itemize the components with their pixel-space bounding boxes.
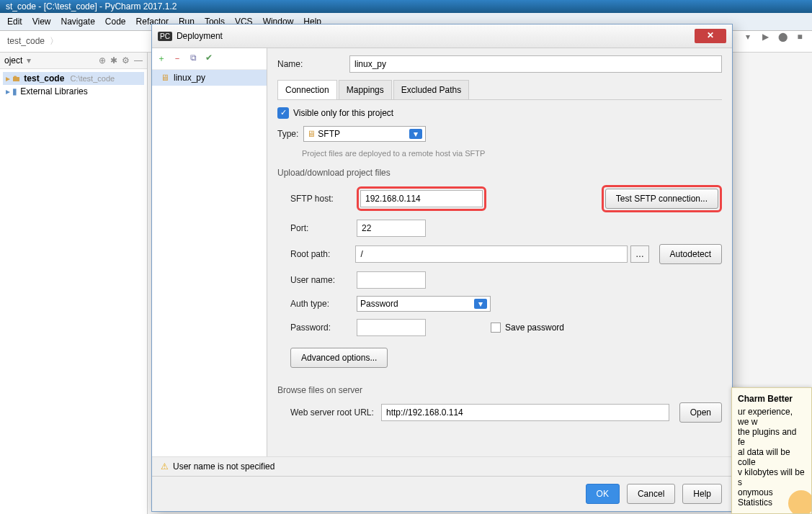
warning-bar: ⚠ User name is not specified	[152, 456, 732, 476]
copy-icon[interactable]: ⧉	[188, 53, 198, 65]
folder-icon: ▸ 🖿	[6, 73, 21, 84]
run-icon[interactable]: ▶	[759, 30, 772, 43]
notification-line: v kilobytes will be s	[738, 467, 806, 487]
project-label[interactable]: oject	[4, 55, 22, 66]
dialog-title: Deployment	[177, 31, 223, 41]
name-input[interactable]	[349, 55, 722, 73]
logo-icon	[788, 490, 812, 514]
sftp-icon: 🖥	[307, 129, 316, 139]
save-password-label: Save password	[505, 323, 564, 333]
remove-icon[interactable]: －	[172, 53, 182, 65]
deployment-item[interactable]: 🖥 linux_py	[152, 70, 267, 86]
sftp-host-input[interactable]	[360, 190, 483, 207]
auth-type-label: Auth type:	[277, 299, 357, 309]
browse-root-button[interactable]: …	[630, 245, 649, 263]
debug-icon[interactable]: ⬤	[776, 30, 789, 43]
chevron-right-icon: 〉	[50, 36, 58, 46]
web-root-label: Web server root URL:	[277, 407, 381, 418]
window-titlebar: st_code - [C:\test_code] - PyCharm 2017.…	[0, 0, 812, 13]
port-label: Port:	[277, 223, 357, 233]
visible-only-label: Visible only for this project	[293, 108, 393, 118]
deployment-dialog: PC Deployment ✕ ＋ － ⧉ ✔ 🖥 linux_py Name:	[151, 24, 733, 512]
pycharm-icon: PC	[158, 32, 172, 41]
hide-icon[interactable]: —	[134, 55, 143, 66]
add-icon[interactable]: ＋	[156, 53, 166, 65]
root-path-label: Root path:	[277, 249, 355, 259]
tree-item-name: test_code	[24, 73, 64, 84]
window-title: st_code - [C:\test_code] - PyCharm 2017.…	[6, 1, 177, 12]
chevron-down-icon: ▾	[474, 299, 487, 309]
type-select[interactable]: 🖥 SFTP ▾	[303, 126, 426, 142]
open-button[interactable]: Open	[679, 402, 722, 423]
notification-line: ur experience, we w	[738, 407, 806, 427]
username-label: User name:	[277, 275, 357, 285]
breadcrumb-root[interactable]: test_code	[7, 36, 45, 46]
upload-section-label: Upload/download project files	[277, 168, 722, 178]
password-label: Password:	[277, 323, 357, 333]
chevron-down-icon[interactable]: ▾	[27, 55, 31, 66]
autodetect-button[interactable]: Autodetect	[659, 244, 722, 264]
sftp-host-label: SFTP host:	[277, 194, 357, 204]
menu-edit[interactable]: Edit	[3, 15, 27, 28]
stop-icon[interactable]: ■	[793, 30, 806, 43]
tab-excluded[interactable]: Excluded Paths	[393, 80, 469, 99]
test-connection-button[interactable]: Test SFTP connection...	[605, 189, 718, 209]
menu-view[interactable]: View	[28, 15, 55, 28]
auth-type-select[interactable]: Password ▾	[357, 296, 491, 312]
deployment-list: ＋ － ⧉ ✔ 🖥 linux_py	[152, 48, 267, 456]
settings-icon[interactable]: ✱	[110, 55, 117, 66]
dropdown-icon[interactable]: ▾	[741, 30, 754, 43]
project-toolbar: oject ▾ ⊕ ✱ ⚙ —	[0, 53, 147, 69]
type-hint: Project files are deployed to a remote h…	[302, 149, 722, 158]
visible-only-checkbox[interactable]: ✓	[277, 107, 289, 119]
tree-item-path: C:\test_code	[70, 74, 115, 83]
type-label: Type:	[277, 129, 303, 139]
gear-icon[interactable]: ⚙	[122, 55, 130, 66]
notification-line: the plugins and fe	[738, 427, 806, 447]
tree-item-root[interactable]: ▸ 🖿 test_code C:\test_code	[3, 72, 144, 85]
project-tree: ▸ 🖿 test_code C:\test_code ▸ ▮ External …	[0, 69, 147, 101]
menu-navigate[interactable]: Navigate	[56, 15, 99, 28]
notification-title: Charm Better	[738, 394, 806, 404]
auth-type-value: Password	[360, 299, 398, 309]
library-icon: ▸ ▮	[6, 86, 17, 96]
project-panel: oject ▾ ⊕ ✱ ⚙ — ▸ 🖿 test_code C:\test_co…	[0, 53, 148, 514]
name-label: Name:	[277, 59, 349, 69]
notification-popup[interactable]: Charm Better ur experience, we w the plu…	[731, 387, 812, 514]
dialog-footer: OK Cancel Help	[152, 476, 732, 511]
ok-button[interactable]: OK	[586, 484, 620, 504]
menu-code[interactable]: Code	[101, 15, 130, 28]
cancel-button[interactable]: Cancel	[627, 484, 675, 504]
notification-line: al data will be colle	[738, 447, 806, 467]
username-input[interactable]	[357, 271, 426, 289]
type-value: SFTP	[318, 129, 340, 139]
browse-section-label: Browse files on server	[277, 385, 722, 395]
run-toolbar: ▾ ▶ ⬤ ■	[741, 30, 806, 43]
root-path-input[interactable]	[355, 245, 628, 263]
server-icon: 🖥	[161, 73, 169, 83]
use-icon[interactable]: ✔	[204, 53, 214, 65]
tree-item-libs[interactable]: ▸ ▮ External Libraries	[3, 85, 144, 98]
chevron-down-icon: ▾	[409, 129, 422, 139]
advanced-options-button[interactable]: Advanced options...	[290, 348, 388, 368]
deployment-item-name: linux_py	[174, 73, 205, 83]
warning-text: User name is not specified	[173, 461, 275, 472]
tab-mappings[interactable]: Mappings	[339, 80, 392, 99]
deployment-form: Name: Connection Mappings Excluded Paths…	[267, 48, 732, 456]
help-button[interactable]: Help	[682, 484, 722, 504]
collapse-icon[interactable]: ⊕	[99, 55, 106, 66]
warning-icon: ⚠	[161, 461, 169, 472]
tab-connection[interactable]: Connection	[277, 80, 337, 99]
password-input[interactable]	[357, 319, 426, 336]
web-root-input[interactable]	[381, 404, 669, 421]
close-button[interactable]: ✕	[695, 29, 726, 43]
dialog-titlebar: PC Deployment ✕	[152, 24, 732, 48]
tabs: Connection Mappings Excluded Paths	[277, 80, 722, 100]
port-input[interactable]	[357, 220, 426, 237]
save-password-checkbox[interactable]	[491, 323, 501, 333]
tree-item-name: External Libraries	[20, 86, 87, 96]
deployment-list-toolbar: ＋ － ⧉ ✔	[152, 48, 267, 70]
